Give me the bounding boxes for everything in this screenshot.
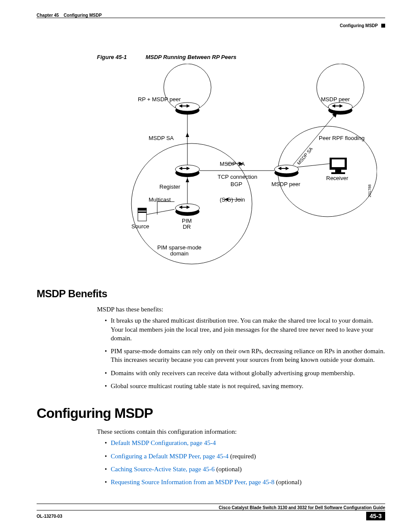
header-marker-icon <box>381 24 385 28</box>
svg-rect-15 <box>138 208 146 211</box>
svg-marker-24 <box>186 178 189 182</box>
svg-rect-19 <box>335 170 341 172</box>
svg-line-33 <box>146 209 174 215</box>
chapter-title: Configuring MSDP <box>64 13 102 18</box>
figure-caption: Figure 45-1 MSDP Running Between RP Peer… <box>97 54 385 60</box>
footer-guide-title: Cisco Catalyst Blade Switch 3130 and 303… <box>37 505 385 510</box>
header-rule <box>37 18 385 18</box>
config-link[interactable]: Configuring a Default MSDP Peer, page 45… <box>111 453 228 460</box>
label-rp-msdp-peer: RP + MSDP peer <box>138 96 181 103</box>
label-peer-rpf: Peer RPF flooding <box>319 135 364 141</box>
label-source: Source <box>131 223 149 230</box>
page-header: Chapter 45 Configuring MSDP <box>37 13 385 18</box>
page-footer: Cisco Catalyst Blade Switch 3130 and 303… <box>37 504 385 520</box>
label-msdp-sa-mid: MSDP SA <box>220 161 245 167</box>
figure-diagram: RP + MSDP peer MSDP peer MSDP SA Peer RP… <box>101 64 377 268</box>
label-tcp: TCP connection <box>218 174 257 180</box>
svg-line-30 <box>297 164 330 167</box>
label-pim-domain: PIM sparse-mode domain <box>157 245 202 257</box>
config-item: Configuring a Default MSDP Peer, page 45… <box>105 452 385 460</box>
svg-marker-22 <box>186 133 189 137</box>
label-pim-dr: PIM DR <box>182 218 192 230</box>
config-item: Caching Source-Active State, page 45-6 (… <box>105 465 385 473</box>
label-msdp-sa-left: MSDP SA <box>149 135 174 141</box>
label-diagram-id: 201788 <box>367 184 372 197</box>
label-bgp: BGP <box>230 181 242 187</box>
heading-configuring-msdp: Configuring MSDP <box>37 405 385 421</box>
benefit-item: PIM sparse-mode domains can rely only on… <box>105 347 385 364</box>
svg-rect-18 <box>332 159 345 167</box>
label-register: Register <box>159 184 180 190</box>
heading-msdp-benefits: MSDP Benefits <box>37 288 385 300</box>
config-item: Requesting Source Information from an MS… <box>105 478 385 486</box>
label-receiver: Receiver <box>326 175 348 181</box>
config-link[interactable]: Default MSDP Configuration, page 45-4 <box>111 439 216 446</box>
config-item: Default MSDP Configuration, page 45-4 <box>105 439 385 447</box>
config-suffix: (required) <box>228 453 256 460</box>
section-title: Configuring MSDP <box>340 23 378 28</box>
configuring-body: These sections contain this configuratio… <box>97 427 385 486</box>
svg-rect-16 <box>138 212 146 213</box>
footer-doc-id: OL-13270-03 <box>37 514 62 519</box>
label-sg-join: (S,G) Join <box>220 196 245 203</box>
svg-rect-20 <box>331 172 345 174</box>
benefits-intro: MSDP has these benefits: <box>97 305 385 314</box>
config-link[interactable]: Caching Source-Active State, page 45-6 <box>111 466 215 473</box>
label-msdp-peer-mid: MSDP peer <box>271 181 300 187</box>
label-msdp-peer-top: MSDP peer <box>321 96 350 103</box>
config-suffix: (optional) <box>274 479 302 485</box>
config-suffix: (optional) <box>215 466 242 473</box>
benefits-body: MSDP has these benefits: It breaks up th… <box>97 305 385 390</box>
page-number-badge: 45-3 <box>366 512 385 520</box>
configuring-intro: These sections contain this configuratio… <box>97 427 385 436</box>
config-link[interactable]: Requesting Source Information from an MS… <box>111 479 274 485</box>
benefit-item: Global source multicast routing table st… <box>105 382 385 390</box>
section-header: Configuring MSDP <box>37 23 385 28</box>
chapter-number: Chapter 45 <box>37 13 59 18</box>
benefit-item: Domains with only receivers can receive … <box>105 369 385 377</box>
figure-title: MSDP Running Between RP Peers <box>146 54 237 60</box>
benefit-item: It breaks up the shared multicast distri… <box>105 316 385 342</box>
figure-number: Figure 45-1 <box>97 54 127 60</box>
label-multicast: Multicast <box>149 196 171 203</box>
